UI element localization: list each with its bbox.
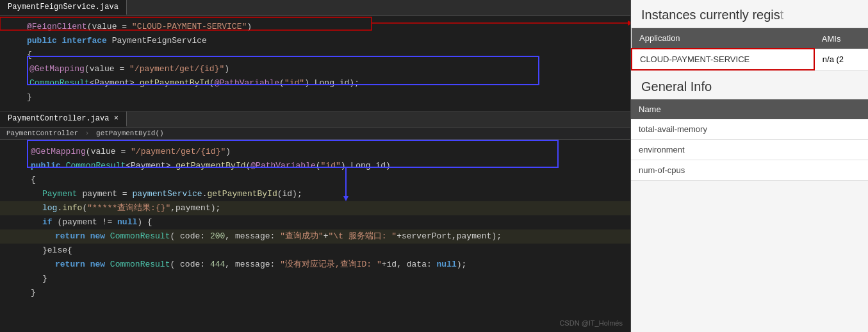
line-content: return new CommonResult( code: 444, mess… [27, 258, 624, 272]
code-line: @FeignClient(value = "CLOUD-PAYMENT-SERV… [0, 20, 630, 34]
general-info-header: General Info [631, 71, 868, 99]
code-line: } [0, 286, 630, 300]
code-line: }else{ [0, 244, 630, 258]
code-line: log.info("*****查询结果:{}",payment); [0, 201, 630, 215]
general-row: total-avail-memory [631, 119, 868, 140]
code-line: Payment payment = paymentService.getPaym… [0, 187, 630, 201]
code-line: public interface PaymentFeignService [0, 34, 630, 48]
general-name-value: total-avail-memory [631, 119, 868, 140]
breadcrumb-separator: › [85, 129, 94, 137]
breadcrumb-class: PaymentController [6, 129, 78, 137]
line-content: } [27, 90, 624, 104]
top-tab-bar: PaymentFeignService.java [0, 0, 630, 16]
code-line: return new CommonResult( code: 444, mess… [0, 258, 630, 272]
line-content: { [27, 48, 624, 62]
instances-table: Application AMIs CLOUD-PAYMENT-SERVICE n… [631, 28, 868, 71]
top-code-area: @FeignClient(value = "CLOUD-PAYMENT-SERV… [0, 16, 630, 108]
line-content: } [27, 272, 624, 286]
code-line: { [0, 48, 630, 62]
line-content: CommonResult<Payment> getPaymentById(@Pa… [27, 76, 624, 90]
bottom-tab-bar: PaymentController.java × [0, 112, 630, 128]
general-table: Name total-avail-memory environment num-… [631, 99, 868, 181]
code-panel: PaymentFeignService.java @FeignClient(va… [0, 0, 631, 332]
general-name-value: num-of-cpus [631, 160, 868, 181]
bottom-code-area: @GetMapping(value = "/payment/get/{id}")… [0, 140, 630, 305]
code-line: { [0, 173, 630, 187]
code-line: public CommonResult<Payment> getPaymentB… [0, 159, 630, 173]
payment-controller-tab[interactable]: PaymentController.java × [0, 112, 127, 127]
line-content: public interface PaymentFeignService [27, 34, 624, 48]
code-line: CommonResult<Payment> getPaymentById(@Pa… [0, 76, 630, 90]
line-content: return new CommonResult( code: 200, mess… [27, 229, 624, 244]
code-line: if (payment != null) { [0, 215, 630, 229]
general-row: environment [631, 140, 868, 160]
line-content: @FeignClient(value = "CLOUD-PAYMENT-SERV… [27, 20, 624, 34]
code-line: return new CommonResult( code: 200, mess… [0, 229, 630, 244]
service-name[interactable]: CLOUD-PAYMENT-SERVICE [632, 49, 814, 70]
code-line: } [0, 90, 630, 104]
table-row: CLOUD-PAYMENT-SERVICE n/a (2 [632, 49, 868, 70]
amis-value: n/a (2 [814, 49, 868, 70]
col-application: Application [632, 28, 814, 49]
instances-header: Instances currently regist [631, 0, 868, 28]
feign-service-tab[interactable]: PaymentFeignService.java [0, 0, 127, 15]
code-line: @GetMapping(value = "/payment/get/{id}") [0, 145, 630, 159]
general-row: num-of-cpus [631, 160, 868, 181]
breadcrumb: PaymentController › getPaymentById() [0, 128, 630, 140]
line-content: if (payment != null) { [27, 215, 624, 229]
breadcrumb-method: getPaymentById() [96, 129, 164, 137]
line-content: @GetMapping(value = "/payment/get/{id}") [27, 145, 624, 159]
right-panel: Instances currently regist Application A… [631, 0, 868, 332]
line-content: { [27, 173, 624, 187]
line-content: log.info("*****查询结果:{}",payment); [27, 201, 624, 215]
code-line: @GetMapping(value = "/payment/get/{id}") [0, 62, 630, 76]
watermark: CSDN @IT_Holmés [559, 319, 623, 327]
code-line: } [0, 272, 630, 286]
line-content: } [27, 286, 624, 300]
general-col-name: Name [631, 99, 868, 119]
line-content: public CommonResult<Payment> getPaymentB… [27, 159, 624, 173]
instances-title-overflow: t [780, 8, 784, 22]
line-content: Payment payment = paymentService.getPaym… [27, 187, 624, 201]
col-amis: AMIs [814, 28, 868, 49]
general-name-value: environment [631, 140, 868, 160]
line-content: }else{ [27, 244, 624, 258]
instances-title: Instances currently regis [641, 8, 780, 22]
line-content: @GetMapping(value = "/payment/get/{id}") [27, 62, 624, 76]
